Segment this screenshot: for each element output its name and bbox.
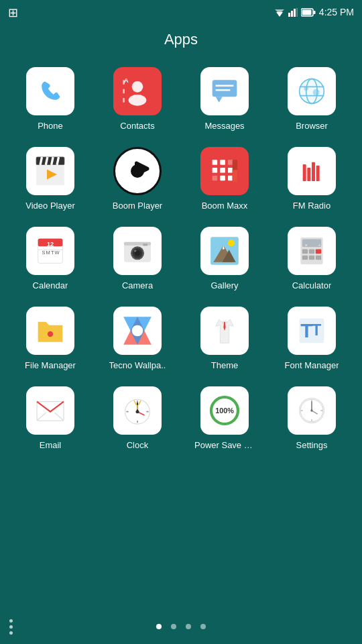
app-item-fmradio[interactable]: FM Radio [268, 140, 355, 220]
settings-label: Settings [296, 440, 328, 450]
videoplayer-icon [26, 147, 74, 195]
svg-rect-55 [307, 168, 310, 181]
app-item-camera[interactable]: Camera [94, 220, 181, 300]
filemanager-icon [26, 307, 74, 355]
svg-rect-56 [312, 162, 315, 181]
gallery-icon [200, 227, 249, 275]
svg-text:×: × [305, 243, 308, 248]
fmradio-label: FM Radio [293, 201, 330, 211]
dot-b [9, 625, 13, 629]
dot-2[interactable] [171, 624, 176, 629]
app-item-contacts[interactable]: A Contacts [94, 60, 181, 140]
svg-rect-4 [294, 9, 296, 17]
svg-point-24 [300, 79, 324, 104]
svg-rect-46 [220, 168, 225, 173]
svg-text:100%: 100% [215, 407, 234, 415]
camera-label: Camera [122, 280, 153, 290]
svg-point-28 [304, 87, 308, 91]
svg-rect-44 [228, 160, 233, 165]
screen-icon: ⊞ [8, 5, 18, 20]
svg-rect-14 [123, 80, 125, 85]
app-item-theme[interactable]: Theme [181, 300, 268, 380]
browser-label: Browser [296, 121, 328, 131]
phone-label: Phone [38, 121, 63, 131]
three-dots-menu[interactable] [9, 619, 13, 635]
boomplayer-icon [113, 147, 162, 195]
app-item-clock[interactable]: Clock [94, 380, 181, 460]
tecno-icon [113, 307, 162, 355]
svg-rect-52 [233, 170, 238, 182]
dot-a [9, 619, 13, 623]
svg-rect-7 [313, 11, 315, 14]
svg-text:T: T [312, 321, 321, 339]
fontmanager-icon: T T [288, 307, 336, 355]
svg-point-12 [132, 81, 143, 93]
filemanager-label: File Manager [25, 360, 76, 370]
contacts-icon: A [113, 67, 162, 115]
contacts-label: Contacts [120, 121, 154, 131]
app-item-filemanager[interactable]: File Manager [7, 300, 94, 380]
svg-rect-54 [303, 164, 306, 181]
app-item-browser[interactable]: Browser [268, 60, 355, 140]
app-item-phone[interactable]: Phone [7, 60, 94, 140]
tecno-label: Tecno Wallpa.. [109, 360, 166, 370]
theme-label: Theme [211, 360, 238, 370]
powersave-label: Power Save M.. [194, 440, 255, 450]
app-item-messages[interactable]: Messages [181, 60, 268, 140]
page-title: Apps [0, 24, 362, 60]
svg-point-79 [228, 239, 235, 246]
dot-4[interactable] [200, 624, 206, 629]
svg-text:S: S [42, 250, 45, 256]
dot-c [9, 631, 13, 635]
wifi-icon [274, 8, 285, 17]
status-bar: ⊞ 4:25 PM [0, 0, 362, 24]
app-item-calculator[interactable]: ÷ × Calculator [268, 220, 355, 300]
app-item-gallery[interactable]: Gallery [181, 220, 268, 300]
settings-icon [288, 386, 336, 435]
app-item-settings[interactable]: Settings [268, 380, 355, 460]
svg-rect-57 [316, 166, 320, 181]
svg-text:12: 12 [47, 241, 54, 248]
app-item-powersave[interactable]: 100% Power Save M.. [181, 380, 268, 460]
calculator-label: Calculator [292, 280, 332, 290]
svg-point-73 [134, 250, 136, 252]
camera-icon [113, 227, 162, 275]
gallery-label: Gallery [210, 280, 238, 290]
signal-icon [288, 8, 298, 17]
messages-label: Messages [204, 121, 244, 131]
svg-point-109 [136, 410, 139, 413]
boomplayer-label: Boom Player [113, 201, 162, 211]
app-item-boommaxx[interactable]: Boom Maxx [181, 140, 268, 220]
powersave-icon: 100% [200, 386, 249, 435]
app-item-fontmanager[interactable]: T T Font Manager [268, 300, 355, 380]
page-dots [0, 624, 362, 629]
svg-text:T: T [51, 250, 54, 256]
phone-icon [26, 67, 74, 115]
app-item-videoplayer[interactable]: Video Player [7, 140, 94, 220]
fontmanager-label: Font Manager [285, 360, 339, 370]
calendar-label: Calendar [33, 280, 68, 290]
svg-point-95 [132, 325, 143, 337]
fmradio-icon [288, 147, 336, 195]
svg-point-93 [48, 331, 53, 337]
dot-1[interactable] [156, 624, 162, 629]
svg-rect-5 [296, 8, 298, 17]
svg-rect-50 [228, 176, 233, 181]
svg-rect-42 [213, 160, 218, 165]
dot-3[interactable] [186, 624, 191, 629]
app-item-tecno[interactable]: Tecno Wallpa.. [94, 300, 181, 380]
svg-text:A: A [124, 77, 129, 84]
app-item-boomplayer[interactable]: Boom Player [94, 140, 181, 220]
svg-rect-74 [143, 244, 147, 246]
svg-text:W: W [54, 250, 60, 256]
svg-rect-15 [123, 89, 125, 94]
svg-point-29 [313, 89, 320, 96]
calendar-icon: 12 S M T W [26, 227, 74, 275]
app-item-calendar[interactable]: 12 S M T W Calendar [7, 220, 94, 300]
clock-icon [113, 386, 162, 435]
messages-icon [200, 67, 249, 115]
calculator-icon: ÷ × [288, 227, 336, 275]
svg-rect-85 [309, 250, 314, 254]
svg-rect-45 [213, 168, 218, 173]
app-item-email[interactable]: Email [7, 380, 94, 460]
